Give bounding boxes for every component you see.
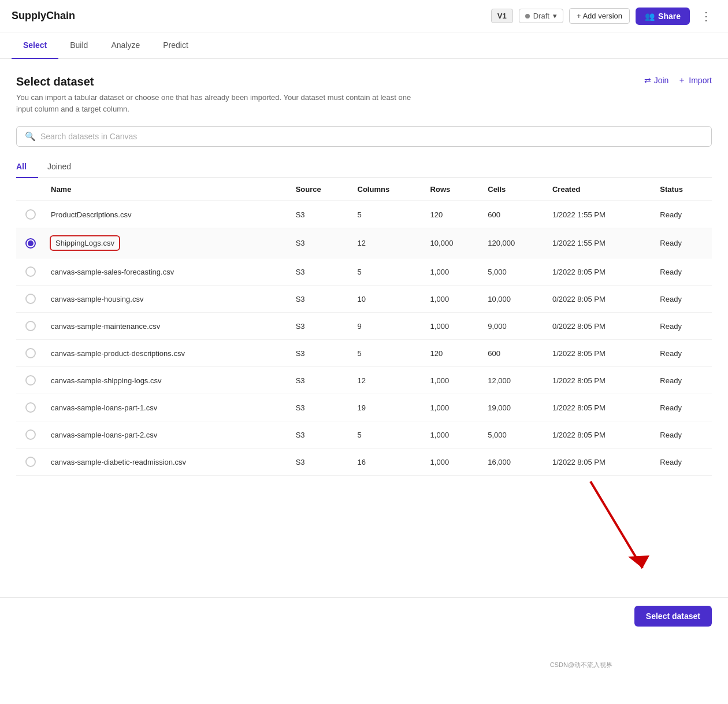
app-header: SupplyChain V1 Draft ▾ + Add version 👥 S… xyxy=(0,0,728,32)
nav-tabs: Select Build Analyze Predict xyxy=(0,32,728,59)
add-version-button[interactable]: + Add version xyxy=(569,8,630,24)
search-input[interactable] xyxy=(40,132,703,141)
radio-cell[interactable] xyxy=(16,340,45,367)
dataset-status: Ready xyxy=(654,228,712,258)
dataset-cells: 600 xyxy=(482,340,547,367)
dataset-status: Ready xyxy=(654,394,712,421)
radio-button[interactable] xyxy=(25,348,36,358)
dataset-source: S3 xyxy=(290,340,352,367)
col-name: Name xyxy=(45,178,290,201)
table-row[interactable]: canvas-sample-sales-forecasting.csvS351,… xyxy=(16,258,712,286)
table-row[interactable]: canvas-sample-housing.csvS3101,00010,000… xyxy=(16,286,712,313)
section-description: You can import a tabular dataset or choo… xyxy=(16,92,421,114)
share-button[interactable]: 👥 Share xyxy=(636,8,690,25)
dataset-name: canvas-sample-diabetic-readmission.csv xyxy=(45,449,290,476)
dataset-source: S3 xyxy=(290,421,352,449)
dataset-table: Name Source Columns Rows Cells Created S… xyxy=(16,178,712,476)
draft-button[interactable]: Draft ▾ xyxy=(519,9,563,23)
dataset-created: 1/2022 1:55 PM xyxy=(547,201,654,228)
dataset-cells: 16,000 xyxy=(482,449,547,476)
table-header: Name Source Columns Rows Cells Created S… xyxy=(16,178,712,201)
dataset-cells: 19,000 xyxy=(482,394,547,421)
dataset-columns: 5 xyxy=(352,258,425,286)
dataset-created: 1/2022 8:05 PM xyxy=(547,394,654,421)
table-row[interactable]: ShippingLogs.csvS31210,000120,0001/2022 … xyxy=(16,228,712,258)
radio-cell[interactable] xyxy=(16,258,45,286)
col-cells: Cells xyxy=(482,178,547,201)
dataset-columns: 5 xyxy=(352,201,425,228)
dataset-cells: 5,000 xyxy=(482,258,547,286)
radio-cell[interactable] xyxy=(16,367,45,394)
sub-tab-all[interactable]: All xyxy=(16,156,38,178)
dataset-created: 1/2022 8:05 PM xyxy=(547,340,654,367)
radio-cell[interactable] xyxy=(16,313,45,340)
dataset-status: Ready xyxy=(654,421,712,449)
dataset-created: 1/2022 8:05 PM xyxy=(547,258,654,286)
bottom-bar: CSDN@动不流入视界 Select dataset xyxy=(0,597,728,635)
radio-button[interactable] xyxy=(25,294,36,304)
dataset-cells: 5,000 xyxy=(482,421,547,449)
col-columns: Columns xyxy=(352,178,425,201)
dataset-source: S3 xyxy=(290,313,352,340)
dataset-name: canvas-sample-housing.csv xyxy=(45,286,290,313)
col-select xyxy=(16,178,45,201)
radio-button[interactable] xyxy=(25,402,36,413)
sub-tab-joined[interactable]: Joined xyxy=(47,156,83,178)
radio-cell[interactable] xyxy=(16,421,45,449)
dataset-created: 1/2022 8:05 PM xyxy=(547,367,654,394)
dataset-name: canvas-sample-loans-part-1.csv xyxy=(45,394,290,421)
radio-button[interactable] xyxy=(25,429,36,440)
radio-cell[interactable] xyxy=(16,286,45,313)
dataset-cells: 9,000 xyxy=(482,313,547,340)
dataset-rows: 1,000 xyxy=(425,286,482,313)
col-status: Status xyxy=(654,178,712,201)
draft-label: Draft xyxy=(533,12,549,20)
select-dataset-button[interactable]: Select dataset xyxy=(634,606,712,627)
radio-cell[interactable] xyxy=(16,449,45,476)
col-rows: Rows xyxy=(425,178,482,201)
dataset-columns: 9 xyxy=(352,313,425,340)
table-row[interactable]: canvas-sample-maintenance.csvS391,0009,0… xyxy=(16,313,712,340)
join-label: Join xyxy=(654,76,669,85)
import-button[interactable]: ＋ Import xyxy=(678,75,712,86)
dataset-rows: 120 xyxy=(425,340,482,367)
radio-cell[interactable] xyxy=(16,201,45,228)
section-actions: ⇄ Join ＋ Import xyxy=(644,75,712,86)
dataset-created: 1/2022 1:55 PM xyxy=(547,228,654,258)
radio-button[interactable] xyxy=(25,209,36,220)
radio-button[interactable] xyxy=(25,375,36,386)
add-version-label: + Add version xyxy=(577,12,622,20)
svg-line-0 xyxy=(590,481,642,568)
table-row[interactable]: ProductDescriptions.csvS351206001/2022 1… xyxy=(16,201,712,228)
table-row[interactable]: canvas-sample-loans-part-1.csvS3191,0001… xyxy=(16,394,712,421)
header-actions: V1 Draft ▾ + Add version 👥 Share ⋮ xyxy=(491,8,716,25)
dataset-columns: 5 xyxy=(352,340,425,367)
join-button[interactable]: ⇄ Join xyxy=(644,76,669,85)
radio-cell[interactable] xyxy=(16,394,45,421)
table-row[interactable]: canvas-sample-shipping-logs.csvS3121,000… xyxy=(16,367,712,394)
more-options-button[interactable]: ⋮ xyxy=(696,8,716,24)
radio-button[interactable] xyxy=(25,266,36,277)
dataset-status: Ready xyxy=(654,286,712,313)
radio-button[interactable] xyxy=(25,321,36,331)
dataset-status: Ready xyxy=(654,367,712,394)
import-icon: ＋ xyxy=(678,75,686,86)
dataset-rows: 1,000 xyxy=(425,367,482,394)
dropdown-chevron-icon: ▾ xyxy=(553,12,557,20)
dataset-cells: 120,000 xyxy=(482,228,547,258)
dataset-cells: 600 xyxy=(482,201,547,228)
radio-button[interactable] xyxy=(25,238,36,249)
tab-build[interactable]: Build xyxy=(58,32,99,59)
table-row[interactable]: canvas-sample-product-descriptions.csvS3… xyxy=(16,340,712,367)
table-row[interactable]: canvas-sample-loans-part-2.csvS351,0005,… xyxy=(16,421,712,449)
table-row[interactable]: canvas-sample-diabetic-readmission.csvS3… xyxy=(16,449,712,476)
radio-cell[interactable] xyxy=(16,228,45,258)
tab-analyze[interactable]: Analyze xyxy=(99,32,151,59)
dataset-name: canvas-sample-shipping-logs.csv xyxy=(45,367,290,394)
radio-button[interactable] xyxy=(25,457,36,467)
share-icon: 👥 xyxy=(645,12,655,21)
tab-predict[interactable]: Predict xyxy=(151,32,200,59)
arrow-annotation xyxy=(16,476,712,591)
dataset-rows: 120 xyxy=(425,201,482,228)
tab-select[interactable]: Select xyxy=(12,32,58,59)
